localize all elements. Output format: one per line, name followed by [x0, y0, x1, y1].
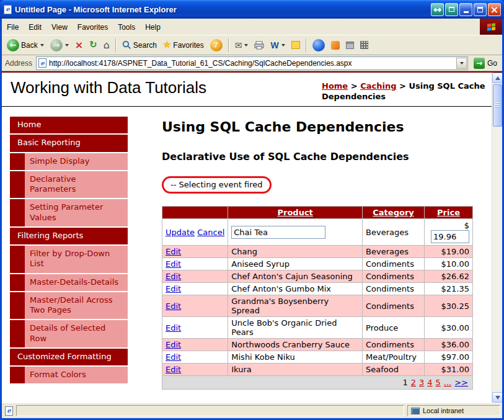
- home-icon: ⌂: [104, 40, 110, 50]
- home-button[interactable]: ⌂: [101, 39, 112, 51]
- status-bar: e Local intranet: [2, 403, 502, 418]
- category-cell: Meat/Poultry: [363, 351, 425, 364]
- maximize-button[interactable]: [474, 3, 487, 16]
- menu-tools[interactable]: Tools: [113, 19, 140, 35]
- titlebar-extra-arrows-button[interactable]: ↔: [431, 3, 444, 16]
- category-sort-link[interactable]: Category: [373, 208, 413, 217]
- product-cell: Ikura: [228, 364, 363, 376]
- sidebar-item-setting-parameter-values[interactable]: Setting Parameter Values: [10, 199, 128, 226]
- table-row: Edit Uncle Bob's Organic Dried Pears Pro…: [162, 317, 473, 339]
- address-label: Address: [5, 59, 32, 68]
- address-page-icon: e: [38, 58, 46, 68]
- product-cell: Uncle Bob's Organic Dried Pears: [228, 317, 363, 339]
- windows-brand-throbber: [480, 19, 502, 35]
- edit-link[interactable]: Edit: [166, 247, 181, 256]
- product-sort-link[interactable]: Product: [277, 208, 312, 217]
- refresh-button[interactable]: ↻: [87, 39, 100, 51]
- forward-button[interactable]: →: [48, 38, 71, 53]
- product-cell: Chef Anton's Cajun Seasoning: [228, 270, 363, 283]
- research-button[interactable]: [343, 40, 356, 50]
- edit-link[interactable]: Edit: [166, 272, 181, 281]
- sidebar-item-format-colors[interactable]: Format Colors: [10, 367, 128, 383]
- sidebar-item-home[interactable]: Home: [10, 117, 128, 133]
- sidebar-item-filter-by-drop-down-list[interactable]: Filter by Drop-Down List: [10, 246, 128, 273]
- menu-view[interactable]: View: [46, 19, 73, 35]
- toolbar-separator: [306, 38, 307, 52]
- sidebar-strip: [10, 274, 25, 291]
- menu-help[interactable]: Help: [140, 19, 166, 35]
- sidebar-item-master-details-details[interactable]: Master-Details-Details: [10, 274, 128, 291]
- sidebar-item-declarative-parameters[interactable]: Declarative Parameters: [10, 171, 128, 199]
- sidebar-item-simple-display[interactable]: Simple Display: [10, 153, 128, 170]
- sidebar-item-basic-reporting[interactable]: Basic Reporting: [10, 135, 128, 151]
- breadcrumb-caching-link[interactable]: Caching: [360, 81, 396, 91]
- update-link[interactable]: Update: [166, 228, 195, 237]
- scrollbar-thumb[interactable]: [493, 84, 502, 127]
- mail-button[interactable]: ✉: [232, 40, 251, 51]
- forward-dropdown-icon[interactable]: [65, 44, 69, 47]
- page-header: Working with Data Tutorials Home > Cachi…: [2, 73, 492, 107]
- titlebar-extra-window-button[interactable]: [445, 3, 458, 16]
- word-icon: W: [270, 41, 278, 50]
- table-row: Edit Aniseed Syrup Condiments $10.00: [162, 258, 473, 270]
- print-button[interactable]: [252, 40, 267, 51]
- sidebar-item-label: Master-Details-Details: [25, 274, 128, 291]
- edit-link[interactable]: Edit: [166, 259, 181, 269]
- menu-edit[interactable]: Edit: [24, 19, 46, 35]
- refresh-icon: ↻: [89, 40, 97, 50]
- msn-button[interactable]: [329, 40, 342, 51]
- menu-file[interactable]: File: [2, 19, 24, 35]
- product-input[interactable]: [231, 226, 325, 239]
- scroll-up-button[interactable]: [492, 73, 502, 83]
- favorites-button[interactable]: ★ Favorites: [161, 39, 206, 51]
- search-button[interactable]: Search: [120, 39, 159, 51]
- edit-with-word-button[interactable]: W: [268, 40, 287, 51]
- price-input[interactable]: [431, 230, 469, 243]
- vertical-scrollbar[interactable]: [492, 73, 502, 403]
- scroll-down-button[interactable]: [492, 392, 502, 403]
- cancel-link[interactable]: Cancel: [197, 228, 224, 237]
- mail-dropdown-icon[interactable]: [244, 44, 248, 47]
- address-dropdown-button[interactable]: [456, 58, 467, 69]
- edit-link[interactable]: Edit: [166, 323, 181, 333]
- edit-link[interactable]: Edit: [166, 302, 181, 311]
- media-button[interactable]: ♪: [208, 38, 225, 53]
- sidebar-item-details-of-selected-row[interactable]: Details of Selected Row: [10, 320, 128, 347]
- minimize-button[interactable]: [459, 3, 472, 16]
- sidebar-item-label: Home: [17, 120, 41, 129]
- pager-page-3-link[interactable]: 3: [419, 378, 424, 387]
- word-dropdown-icon[interactable]: [281, 44, 285, 47]
- edit-link[interactable]: Edit: [166, 284, 181, 293]
- category-cell: Condiments: [363, 270, 425, 283]
- pager-page-4-link[interactable]: 4: [427, 378, 432, 387]
- back-button[interactable]: ← Back: [4, 38, 46, 53]
- breadcrumb-home-link[interactable]: Home: [322, 81, 348, 91]
- pager-next-link[interactable]: >>: [454, 378, 468, 387]
- go-button[interactable]: → Go: [472, 58, 499, 69]
- pager-page-5-link[interactable]: 5: [436, 378, 441, 387]
- pager-ellipsis-link[interactable]: ...: [444, 378, 451, 387]
- pager-page-2-link[interactable]: 2: [411, 378, 416, 387]
- grid-header-row: Product Category Price: [162, 207, 473, 219]
- grid-tool-button[interactable]: [358, 40, 371, 50]
- messenger-button[interactable]: [310, 38, 327, 53]
- sidebar-item-label: Basic Reporting: [17, 138, 81, 147]
- price-sort-link[interactable]: Price: [437, 208, 460, 217]
- chevron-down-icon: [460, 62, 464, 65]
- address-input[interactable]: [49, 59, 454, 68]
- favorites-label: Favorites: [173, 41, 203, 50]
- edit-link[interactable]: Edit: [166, 340, 181, 349]
- sidebar-item-master-detail-across-two-pages[interactable]: Master/Detail Across Two Pages: [10, 292, 128, 319]
- close-button[interactable]: ×: [488, 3, 501, 16]
- edit-link[interactable]: Edit: [166, 352, 181, 362]
- stop-button[interactable]: ×: [73, 39, 86, 51]
- sidebar-item-customized-formatting[interactable]: Customized Formatting: [10, 349, 128, 365]
- sidebar-item-filtering-reports[interactable]: Filtering Reports: [10, 228, 128, 244]
- product-cell: Aniseed Syrup: [228, 258, 363, 270]
- menu-favorites[interactable]: Favorites: [73, 19, 113, 35]
- discuss-button[interactable]: [289, 40, 303, 50]
- address-box: e: [36, 56, 468, 70]
- edit-link[interactable]: Edit: [166, 365, 181, 374]
- back-dropdown-icon[interactable]: [40, 44, 44, 47]
- menubar-spacer: [166, 19, 480, 35]
